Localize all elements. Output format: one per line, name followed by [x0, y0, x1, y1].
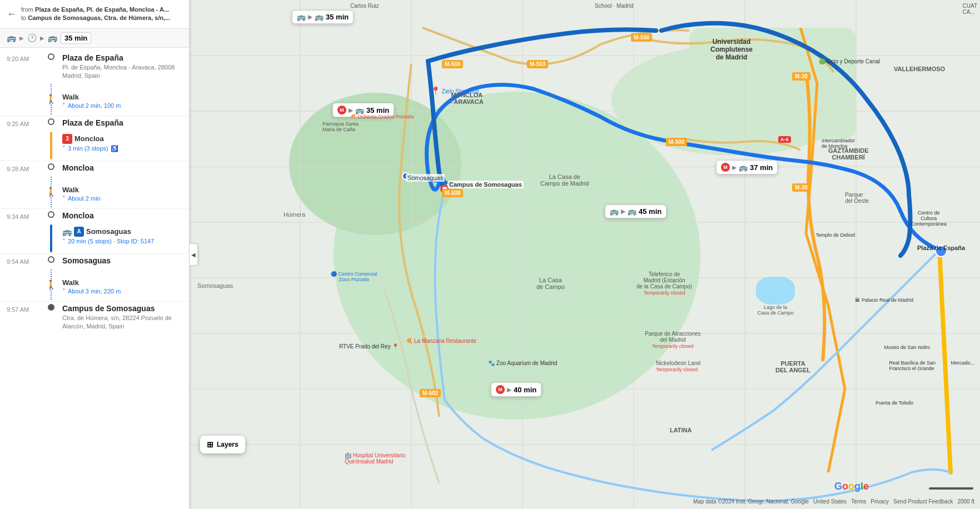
bus-line-name: Somosaguas — [86, 227, 131, 236]
bubble-35min-top[interactable]: 🚌 ▶ 🚌 35 min — [292, 10, 354, 24]
stop-address-campus: Ctra. de Húmera, s/n, 28224 Pozuelo deAl… — [62, 314, 172, 331]
road-label-m30-top: M-30 — [792, 72, 810, 81]
walk-expand-3[interactable]: ˅ About 3 min, 220 m — [62, 288, 121, 295]
bubble-40min[interactable]: M ▶ 40 min — [491, 382, 541, 397]
duration-bubble5: 40 min — [514, 386, 536, 394]
svg-rect-7 — [689, 28, 856, 139]
map-copyright: Map data ©2024 Inst. Geogr. Nacional, Go… — [693, 498, 809, 505]
walk-icon-3: 🚶 — [46, 280, 57, 290]
stop-circle-4 — [48, 211, 54, 218]
walk-expand-2[interactable]: ˅ About 2 min — [62, 195, 101, 202]
duration-bubble1: 35 min — [326, 13, 349, 21]
road-label-m508-top: M-508 — [442, 60, 463, 68]
stop-name-moncloa1: Moncloa — [62, 163, 94, 172]
arrow-icon-bubble2: ▶ — [349, 107, 353, 113]
panel-collapse-button[interactable]: ◀ — [189, 243, 198, 266]
transit-arrow1: ▶ — [19, 35, 24, 41]
route-to-label: to Campus de Somosaguas, Ctra. de Húmera… — [21, 14, 170, 22]
metro-badge-bubble3: M — [721, 163, 730, 172]
walk-icon-2: 🚶 — [46, 187, 57, 197]
time-925: 9:25 AM — [7, 121, 29, 127]
walk-label-3: Walk — [62, 278, 121, 287]
stop-circle-final — [48, 304, 54, 311]
road-label-m500-top: M-500 — [631, 33, 652, 42]
stop-name-plaza2: Plaza de España — [62, 118, 123, 127]
time-934: 9:34 AM — [7, 213, 29, 220]
bus-icon-bubble1: 🚌 — [297, 13, 306, 21]
stop-name-moncloa2: Moncloa — [62, 211, 94, 220]
walk-label-2: Walk — [62, 186, 101, 194]
stop-name-somosaguas: Somosaguas — [62, 256, 111, 265]
walk-icon-1: 🚶 — [46, 94, 57, 104]
road-label-m508-mid: M-508 — [442, 189, 463, 197]
bubble-45min[interactable]: 🚌 ▶ 🚌 45 min — [605, 204, 666, 218]
bus-icon-2: 🚌 — [62, 227, 72, 236]
bus-icon-bubble4b: 🚌 — [628, 207, 636, 216]
panel-header: ← from Plaza de España, Pl. de España, M… — [0, 0, 189, 29]
bus-icon-bubble4: 🚌 — [610, 207, 619, 216]
layers-label: Layers — [217, 441, 238, 448]
bus-icon-bubble1b: 🚌 — [315, 13, 324, 21]
route-from-label: from Plaza de España, Pl. de España, Mon… — [21, 6, 170, 14]
stop-circle-3 — [48, 163, 54, 170]
layers-button[interactable]: ⊞ Layers — [200, 436, 245, 453]
duration-bubble4: 45 min — [639, 207, 661, 216]
transit-summary-bar: 🚌 ▶ 🕐 ▶ 🚌 35 min — [0, 29, 189, 48]
walk-expand-1[interactable]: ˅ About 2 min, 100 m — [62, 102, 121, 109]
footer-scale: 2000 ft — [957, 498, 974, 505]
itinerary: 9:20 AM Plaza de España Pl. de España, M… — [0, 48, 189, 348]
footer-link-terms[interactable]: Terms — [851, 498, 866, 505]
left-panel: ← from Plaza de España, Pl. de España, M… — [0, 0, 189, 509]
transit-bus2-icon: 🚌 — [48, 33, 57, 42]
footer-link-us[interactable]: United States — [813, 498, 847, 505]
stop-name-campus: Campus de Somosaguas — [62, 304, 172, 313]
stop-circle-2 — [48, 118, 54, 125]
road-label-m30-mid: M-30 — [792, 183, 810, 192]
bus-expand[interactable]: ˅ 20 min (5 stops) · Stop ID: 5147 — [62, 238, 154, 245]
stop-circle-1 — [48, 53, 54, 60]
bus-icon-bubble2: 🚌 — [355, 106, 364, 114]
stop-circle-5 — [48, 256, 54, 263]
duration-bubble2: 35 min — [366, 106, 389, 114]
arrow-icon-bubble4: ▶ — [621, 208, 625, 214]
svg-point-25 — [416, 174, 423, 181]
bus-badge-A: A — [74, 227, 84, 237]
time-928: 9:28 AM — [7, 166, 29, 172]
metro-badge-3: 3 — [62, 134, 72, 144]
stop-name-plaza1: Plaza de España — [62, 53, 175, 62]
metro-expand[interactable]: ˅ 3 min (3 stops) ♿ — [62, 145, 118, 152]
road-label-m500-mid: M-500 — [666, 138, 687, 146]
transit-arrow2: ▶ — [40, 35, 44, 41]
layers-icon: ⊞ — [207, 440, 213, 449]
metro-line-name: Moncloa — [74, 134, 104, 143]
footer-link-privacy[interactable]: Privacy — [870, 498, 889, 505]
walk-label-1: Walk — [62, 93, 121, 101]
metro-badge-bubble2: M — [337, 106, 346, 114]
time-920: 9:20 AM — [7, 56, 29, 62]
total-duration-badge: 35 min — [61, 32, 91, 44]
stop-address-plaza1: Pl. de España, Moncloa - Aravaca, 28008M… — [62, 63, 175, 81]
map-svg — [189, 0, 980, 509]
transit-bus-icon: 🚌 — [7, 33, 16, 42]
transit-clock-icon: 🕐 — [27, 33, 37, 42]
back-button[interactable]: ← — [7, 8, 17, 20]
scale-bar — [929, 487, 973, 490]
svg-point-24 — [402, 173, 409, 179]
road-label-m20a: A-6 — [778, 136, 791, 143]
google-logo: Google — [834, 481, 869, 492]
bubble-35min-mid[interactable]: M ▶ 🚌 35 min — [332, 103, 394, 117]
map-footer: Map data ©2024 Inst. Geogr. Nacional, Go… — [693, 498, 974, 505]
arrow-icon-bubble3: ▶ — [732, 164, 737, 171]
footer-link-feedback[interactable]: Send Product Feedback — [893, 498, 953, 505]
duration-bubble3: 37 min — [750, 163, 773, 172]
metro-badge-bubble5: M — [496, 385, 505, 394]
map-area[interactable]: M-500 M-503 M-508 M-508 M-500 M-30 M-30 … — [189, 0, 980, 509]
time-954: 9:54 AM — [7, 258, 29, 265]
arrow-icon-bubble5: ▶ — [507, 387, 511, 393]
time-957: 9:57 AM — [7, 306, 29, 313]
road-label-m503: M-503 — [527, 60, 548, 68]
bus-icon-bubble3: 🚌 — [739, 163, 748, 172]
arrow-icon-bubble1: ▶ — [308, 14, 312, 20]
bubble-37min[interactable]: M ▶ 🚌 37 min — [716, 160, 778, 174]
road-label-m502: M-502 — [420, 389, 441, 397]
